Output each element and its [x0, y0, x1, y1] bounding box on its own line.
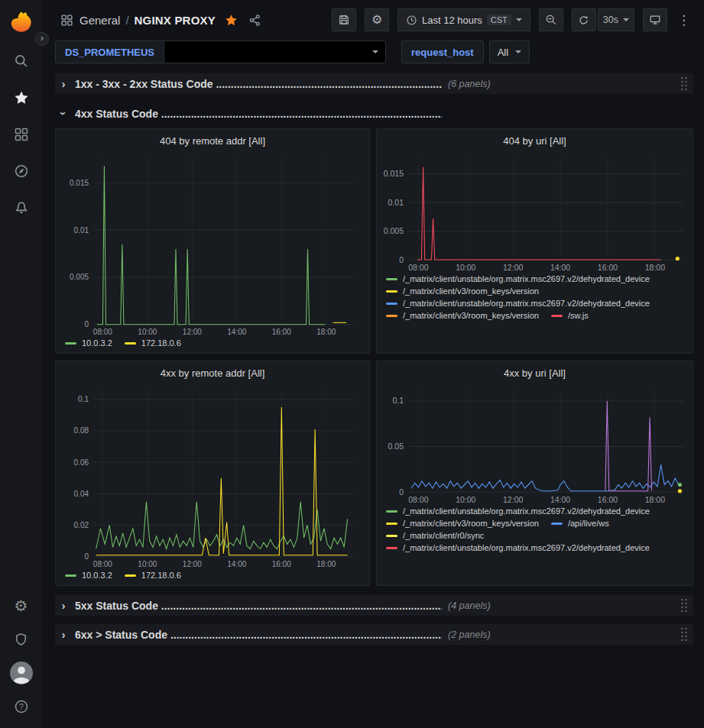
chart-4xx-by-remote-addr[interactable]: 00.020.040.060.080.108:0010:0012:0014:00…	[56, 384, 369, 569]
row-drag-handle[interactable]	[680, 597, 689, 613]
sidebar-bottom: ⚙ ?	[0, 589, 42, 723]
grafana-app: ⚙ ? ›	[0, 0, 704, 728]
datasource-variable-value-dropdown[interactable]	[164, 40, 386, 63]
row-header-6xx[interactable]: › 6xx > Status Code ....................…	[55, 624, 693, 645]
breadcrumb-folder[interactable]: General	[79, 14, 120, 27]
legend-item[interactable]: 10.0.3.2	[65, 338, 112, 348]
svg-text:12:00: 12:00	[503, 263, 523, 272]
svg-text:0: 0	[399, 255, 404, 264]
clock-icon	[406, 15, 417, 26]
row-title: 1xx - 3xx - 2xx Status Code ............…	[75, 78, 442, 90]
sidebar-item-explore[interactable]	[0, 153, 42, 189]
legend-item[interactable]: 10.0.3.2	[65, 571, 112, 580]
save-dashboard-button[interactable]	[332, 8, 356, 31]
kebab-menu-button[interactable]: ⋮	[676, 8, 692, 31]
chevron-right-icon: ›	[58, 77, 69, 90]
datasource-variable: DS_PROMETHEUS	[55, 40, 386, 63]
request-host-variable-value-dropdown[interactable]: All	[489, 40, 530, 63]
legend-item[interactable]: /_matrix/client/unstable/org.matrix.msc2…	[386, 543, 650, 552]
svg-text:12:00: 12:00	[183, 560, 202, 568]
drag-handle-icon	[680, 626, 689, 642]
dashboard-settings-button[interactable]: ⚙	[365, 8, 389, 31]
shield-icon	[14, 632, 28, 647]
kebab-icon: ⋮	[677, 12, 690, 28]
legend-swatch	[386, 290, 397, 293]
request-host-variable: request_host All	[401, 40, 530, 63]
grafana-logo[interactable]	[8, 9, 34, 35]
svg-text:0.05: 0.05	[388, 442, 404, 451]
svg-text:0: 0	[399, 487, 404, 497]
svg-text:0: 0	[84, 552, 89, 561]
legend-swatch	[65, 574, 76, 577]
legend-swatch	[386, 303, 397, 305]
legend-item[interactable]: /_matrix/client/v3/room_keys/version	[386, 519, 539, 528]
nav-expand-button[interactable]: ›	[35, 32, 49, 46]
row-title: 5xx Status Code ........................…	[75, 600, 442, 612]
legend-swatch	[386, 315, 397, 317]
refresh-interval-dropdown[interactable]: 30s	[598, 8, 634, 31]
dashboards-grid-icon	[14, 127, 29, 142]
sidebar-item-alerting[interactable]	[0, 189, 42, 226]
chart-404-by-remote-addr[interactable]: 00.0050.010.01508:0010:0012:0014:0016:00…	[56, 152, 369, 337]
sidebar-item-profile[interactable]	[0, 656, 42, 690]
row-header-4xx[interactable]: › 4xx Status Code ......................…	[55, 103, 693, 124]
legend-item[interactable]: /_matrix/client/v3/room_keys/version	[386, 286, 539, 296]
sidebar-item-dashboards[interactable]	[0, 116, 42, 153]
panel-title[interactable]: 404 by uri [All]	[377, 129, 693, 152]
chart-404-by-uri[interactable]: 00.0050.010.01508:0010:0012:0014:0016:00…	[377, 152, 693, 273]
row-title: 4xx Status Code ........................…	[75, 108, 442, 120]
timezone-badge: CST	[487, 15, 511, 25]
sidebar-item-server-admin[interactable]	[0, 623, 42, 656]
legend-item[interactable]: /_matrix/client/unstable/org.matrix.msc2…	[386, 274, 650, 283]
legend-item[interactable]: /api/live/ws	[551, 519, 609, 528]
row-panel-count: (4 panels)	[448, 600, 491, 611]
chevron-down-icon: ›	[58, 107, 69, 120]
legend-item[interactable]: /_matrix/client/v3/room_keys/version	[386, 311, 539, 320]
legend-item[interactable]: /sw.js	[551, 311, 589, 320]
share-dashboard-button[interactable]	[248, 14, 261, 27]
legend-item[interactable]: 172.18.0.6	[125, 571, 181, 580]
request-host-value: All	[498, 47, 508, 58]
dashboard-topbar: General / NGINX PROXY	[42, 0, 704, 40]
tv-mode-button[interactable]	[643, 8, 667, 31]
row-drag-handle[interactable]	[680, 76, 689, 92]
svg-text:10:00: 10:00	[456, 263, 475, 272]
sidebar-item-search[interactable]	[0, 43, 42, 79]
svg-text:16:00: 16:00	[598, 495, 618, 504]
dashboard-canvas: › 1xx - 3xx - 2xx Status Code ..........…	[42, 69, 704, 728]
sidebar-item-configuration[interactable]: ⚙	[0, 589, 42, 623]
legend-swatch	[551, 315, 563, 317]
legend-item[interactable]: /_matrix/client/unstable/org.matrix.msc2…	[386, 299, 650, 308]
sidebar-item-starred[interactable]	[0, 79, 42, 116]
row-drag-handle[interactable]	[680, 626, 689, 642]
svg-text:08:00: 08:00	[93, 560, 112, 568]
legend-item[interactable]: 172.18.0.6	[125, 338, 181, 348]
panel-title[interactable]: 404 by remote addr [All]	[56, 129, 369, 152]
legend-item[interactable]: /_matrix/client/r0/sync	[386, 531, 484, 540]
svg-text:16:00: 16:00	[272, 560, 291, 568]
row-header-5xx[interactable]: › 5xx Status Code ......................…	[55, 595, 693, 616]
legend-item[interactable]: /_matrix/client/unstable/org.matrix.msc2…	[386, 506, 650, 516]
gear-icon: ⚙	[371, 14, 382, 26]
legend-swatch	[386, 547, 397, 549]
search-icon	[14, 53, 29, 69]
panel-title[interactable]: 4xx by uri [All]	[377, 361, 693, 384]
main-area: General / NGINX PROXY	[42, 0, 704, 728]
favorite-star-button[interactable]	[225, 14, 238, 27]
time-range-picker[interactable]: Last 12 hours CST	[397, 8, 530, 31]
page-title[interactable]: NGINX PROXY	[135, 14, 216, 27]
legend-swatch	[386, 510, 397, 513]
refresh-button[interactable]	[572, 8, 596, 31]
sidebar-item-help[interactable]: ?	[0, 690, 42, 723]
svg-text:10:00: 10:00	[138, 328, 157, 336]
breadcrumb-separator: /	[125, 14, 128, 27]
row-title: 6xx > Status Code ......................…	[75, 629, 442, 641]
gear-icon: ⚙	[15, 598, 28, 613]
panel-title[interactable]: 4xx by remote addr [All]	[56, 361, 369, 384]
zoom-out-time-button[interactable]	[539, 8, 563, 31]
refresh-interval-label: 30s	[603, 15, 618, 25]
row-header-1xx[interactable]: › 1xx - 3xx - 2xx Status Code ..........…	[55, 73, 693, 94]
chart-4xx-by-uri[interactable]: 00.050.108:0010:0012:0014:0016:0018:00	[377, 384, 693, 505]
chevron-down-icon	[623, 18, 629, 21]
sidebar-nav	[0, 43, 42, 226]
